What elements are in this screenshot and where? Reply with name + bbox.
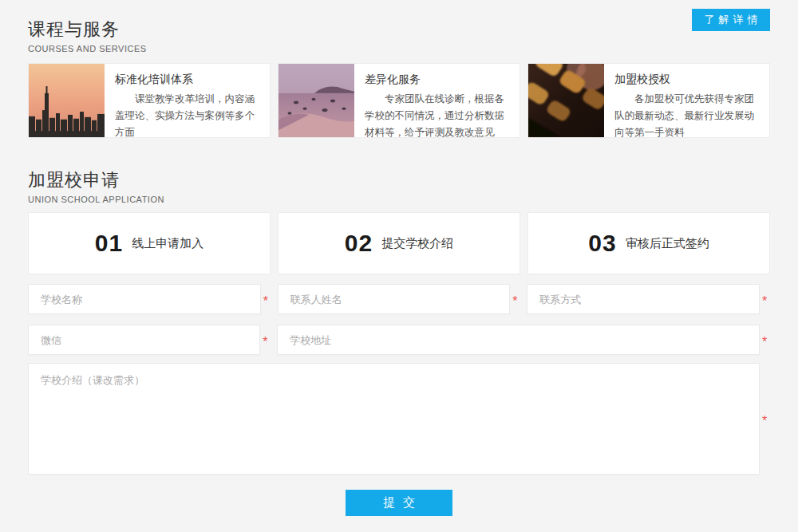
- step-number: 01: [95, 230, 123, 257]
- card-title: 差异化服务: [365, 73, 509, 87]
- courses-section-title: 课程与服务: [28, 18, 770, 41]
- step-label: 审核后正式签约: [626, 236, 709, 251]
- card-standardized-training: 标准化培训体系 课堂教学改革培训，内容涵盖理论、实操方法与案例等多个方面: [28, 63, 271, 138]
- required-asterisk: *: [512, 298, 520, 305]
- page-container: 课程与服务 COURSES AND SERVICES 了解详情: [0, 0, 798, 516]
- step-number: 03: [588, 230, 616, 257]
- card-franchise-authorization: 加盟校授权 各加盟校可优先获得专家团队的最新动态、最新行业发展动向等第一手资料: [527, 63, 770, 138]
- city-skyline-sunset-image: [29, 64, 105, 137]
- school-address-field-wrap: *: [277, 325, 770, 355]
- application-form: * * * * * *: [28, 284, 770, 516]
- desert-dusk-image: [279, 64, 354, 137]
- application-section-header: 加盟校申请 UNION SCHOOL APPLICATION: [28, 168, 770, 204]
- contact-name-input[interactable]: [278, 284, 511, 314]
- courses-section-subtitle: COURSES AND SERVICES: [28, 44, 770, 53]
- submit-button[interactable]: 提交: [346, 490, 452, 516]
- form-row-3: *: [28, 363, 770, 475]
- card-description: 各加盟校可优先获得专家团队的最新动态、最新行业发展动向等第一手资料: [614, 91, 759, 138]
- step-2-submit-intro: 02 提交学校介绍: [278, 212, 520, 274]
- film-strip-image: [528, 64, 604, 137]
- contact-name-field-wrap: *: [278, 284, 521, 314]
- school-address-input[interactable]: [277, 325, 760, 355]
- school-name-field-wrap: *: [28, 284, 271, 314]
- school-intro-field-wrap: *: [28, 363, 770, 475]
- contact-method-field-wrap: *: [527, 284, 770, 314]
- required-asterisk: *: [762, 338, 770, 346]
- form-row-1: * * *: [28, 284, 770, 314]
- school-name-input[interactable]: [28, 284, 261, 314]
- required-asterisk: *: [263, 338, 271, 346]
- card-description: 专家团队在线诊断，根据各学校的不同情况，通过分析数据材料等，给予评测及教改意见: [365, 91, 509, 138]
- step-label: 提交学校介绍: [381, 236, 453, 251]
- learn-more-button[interactable]: 了解详情: [692, 9, 770, 31]
- step-label: 线上申请加入: [132, 236, 203, 251]
- step-3-sign-contract: 03 审核后正式签约: [527, 212, 770, 274]
- school-intro-textarea[interactable]: [28, 363, 760, 475]
- card-description: 课堂教学改革培训，内容涵盖理论、实操方法与案例等多个方面: [115, 91, 259, 138]
- wechat-field-wrap: *: [28, 325, 271, 355]
- required-asterisk: *: [762, 417, 770, 425]
- application-steps-row: 01 线上申请加入 02 提交学校介绍 03 审核后正式签约: [28, 212, 770, 274]
- card-body: 标准化培训体系 课堂教学改革培训，内容涵盖理论、实操方法与案例等多个方面: [105, 64, 270, 137]
- step-1-online-apply: 01 线上申请加入: [28, 212, 271, 274]
- application-section-subtitle: UNION SCHOOL APPLICATION: [28, 195, 770, 204]
- card-title: 加盟校授权: [614, 73, 759, 87]
- required-asterisk: *: [762, 298, 770, 305]
- card-title: 标准化培训体系: [115, 73, 259, 87]
- card-differentiated-service: 差异化服务 专家团队在线诊断，根据各学校的不同情况，通过分析数据材料等，给予评测…: [278, 63, 520, 138]
- required-asterisk: *: [263, 298, 271, 305]
- application-section-title: 加盟校申请: [28, 168, 770, 192]
- card-body: 差异化服务 专家团队在线诊断，根据各学校的不同情况，通过分析数据材料等，给予评测…: [354, 64, 519, 137]
- wechat-input[interactable]: [28, 325, 260, 355]
- contact-method-input[interactable]: [527, 284, 760, 314]
- form-row-2: * *: [28, 325, 770, 355]
- courses-section-header: 课程与服务 COURSES AND SERVICES 了解详情: [28, 0, 770, 53]
- card-body: 加盟校授权 各加盟校可优先获得专家团队的最新动态、最新行业发展动向等第一手资料: [604, 64, 769, 137]
- service-cards-row: 标准化培训体系 课堂教学改革培训，内容涵盖理论、实操方法与案例等多个方面: [28, 63, 770, 138]
- step-number: 02: [345, 230, 373, 257]
